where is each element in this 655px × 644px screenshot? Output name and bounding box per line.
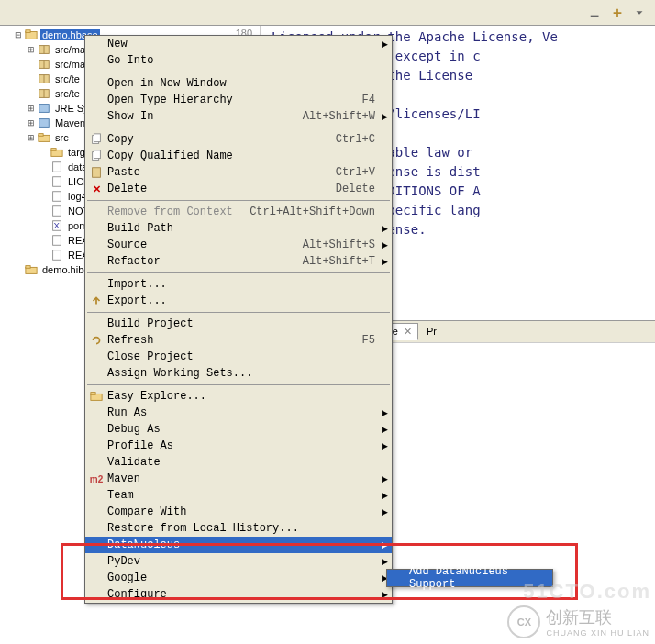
menu-item-show-in[interactable]: Show InAlt+Shift+W▶	[85, 108, 392, 125]
svg-rect-2	[26, 30, 30, 33]
menu-shortcut: Ctrl+Alt+Shift+Down	[250, 205, 375, 218]
tab-problems[interactable]: Pr	[420, 323, 443, 339]
m2-icon: m2	[87, 474, 105, 484]
menu-item-label: Debug As	[105, 423, 375, 436]
toolbar-minimize-icon[interactable]	[585, 3, 605, 23]
menu-item-label: Import...	[105, 278, 375, 291]
tree-expander-icon[interactable]: ⊞	[26, 133, 37, 142]
tree-item-label: src/te	[53, 88, 82, 99]
menu-item-open-in-new-window[interactable]: Open in New Window	[85, 75, 392, 92]
submenu-arrow-icon: ▶	[382, 590, 388, 599]
menu-item-delete[interactable]: ✕DeleteDelete	[85, 181, 392, 197]
submenu-arrow-icon: ▶	[382, 39, 388, 49]
menu-item-export[interactable]: Export...	[85, 293, 392, 309]
folder-icon	[37, 130, 51, 145]
menu-item-run-as[interactable]: Run As▶	[85, 405, 392, 421]
menu-item-configure[interactable]: Configure▶	[85, 586, 392, 603]
menu-item-open-type-hierarchy[interactable]: Open Type HierarchyF4	[85, 92, 392, 108]
menu-item-copy-qualified-name[interactable]: Copy Qualified Name	[85, 148, 392, 164]
menu-item-pydev[interactable]: PyDev▶	[85, 553, 392, 570]
menu-item-refresh[interactable]: RefreshF5	[85, 332, 392, 349]
menu-item-import[interactable]: Import...	[85, 276, 392, 293]
svg-rect-20	[53, 206, 61, 217]
file-icon	[50, 204, 64, 218]
menu-item-maven[interactable]: m2Maven▶	[85, 471, 392, 487]
svg-rect-17	[53, 162, 61, 172]
svg-rect-33	[91, 393, 95, 395]
menu-item-assign-working-sets[interactable]: Assign Working Sets...	[85, 365, 392, 382]
package-icon	[37, 42, 51, 57]
file-icon	[50, 189, 64, 204]
package-icon	[37, 57, 51, 72]
context-menu[interactable]: New▶Go IntoOpen in New WindowOpen Type H…	[84, 35, 393, 604]
menu-item-copy[interactable]: CopyCtrl+C	[85, 131, 392, 148]
menu-item-paste[interactable]: PasteCtrl+V	[85, 164, 392, 181]
menu-item-close-project[interactable]: Close Project	[85, 349, 392, 365]
menu-item-label: Compare With	[105, 505, 375, 518]
menu-item-refactor[interactable]: RefactorAlt+Shift+T▶	[85, 253, 392, 270]
menu-shortcut: Alt+Shift+T	[303, 255, 375, 268]
menu-item-team[interactable]: Team▶	[85, 487, 392, 504]
menu-item-source[interactable]: SourceAlt+Shift+S▶	[85, 237, 392, 253]
tree-expander-icon[interactable]: ⊞	[26, 118, 37, 128]
folder-icon	[24, 262, 39, 277]
menu-item-google[interactable]: Google▶	[85, 570, 392, 586]
menu-item-datanucleus[interactable]: DataNucleus▶	[85, 537, 392, 553]
watermark-back: 51CTO.com	[523, 580, 651, 604]
menu-shortcut: F5	[362, 334, 375, 347]
menu-item-label: Open in New Window	[105, 77, 375, 90]
menu-item-label: Paste	[105, 166, 336, 179]
paste-icon	[87, 166, 105, 179]
toolbar-link-icon[interactable]	[607, 3, 627, 23]
menu-item-go-into[interactable]: Go Into	[85, 52, 392, 69]
refresh-icon	[87, 334, 105, 347]
menu-item-label: Refactor	[105, 255, 303, 268]
menu-item-label: Refresh	[105, 334, 362, 347]
tree-expander-icon[interactable]: ⊟	[13, 30, 24, 39]
close-icon[interactable]: ✕	[404, 326, 412, 338]
folder-icon	[50, 145, 64, 160]
menu-item-label: Easy Explore...	[105, 390, 375, 403]
tree-expander-icon[interactable]: ⊞	[26, 45, 37, 54]
menu-item-profile-as[interactable]: Profile As▶	[85, 438, 392, 454]
menu-item-validate[interactable]: Validate	[85, 454, 392, 471]
xml-icon: X	[50, 218, 64, 233]
menu-item-debug-as[interactable]: Debug As▶	[85, 421, 392, 438]
tree-item-label: src/te	[53, 73, 82, 84]
menu-shortcut: Alt+Shift+W	[303, 110, 375, 123]
menu-item-label: Build Project	[105, 317, 375, 330]
menu-separator	[87, 312, 390, 313]
menu-item-label: New	[105, 38, 375, 50]
menu-item-label: Team	[105, 489, 375, 502]
menu-item-label: Close Project	[105, 350, 375, 363]
toolbar-view-menu-icon[interactable]	[629, 3, 649, 23]
file-icon	[50, 248, 64, 262]
menu-item-new[interactable]: New▶	[85, 36, 392, 52]
tree-item-label: src/ma	[53, 59, 87, 70]
menu-item-compare-with[interactable]: Compare With▶	[85, 504, 392, 520]
menu-item-build-project[interactable]: Build Project	[85, 316, 392, 332]
menu-item-label: Go Into	[105, 54, 375, 67]
tree-expander-icon[interactable]: ⊞	[26, 104, 37, 113]
submenu-arrow-icon: ▶	[382, 507, 388, 516]
menu-shortcut: Delete	[336, 183, 375, 195]
menu-item-easy-explore[interactable]: Easy Explore...	[85, 388, 392, 405]
submenu-arrow-icon: ▶	[382, 112, 388, 121]
menu-item-label: PyDev	[105, 555, 375, 568]
copy-icon	[87, 150, 105, 162]
tree-item-label: Maven	[53, 117, 87, 128]
copy-icon	[87, 133, 105, 146]
menu-item-label: Restore from Local History...	[105, 522, 375, 535]
menu-item-label: Remove from Context	[105, 205, 250, 218]
menu-item-label: Run As	[105, 406, 375, 419]
svg-rect-28	[94, 134, 100, 142]
menu-item-label: Copy Qualified Name	[105, 150, 375, 162]
menu-item-label: Maven	[105, 472, 375, 485]
menu-item-build-path[interactable]: Build Path▶	[85, 220, 392, 237]
menu-item-label: Show In	[105, 110, 303, 123]
watermark: CX 创新互联 CHUANG XIN HU LIAN	[507, 605, 649, 638]
menu-item-remove-from-context: Remove from ContextCtrl+Alt+Shift+Down	[85, 204, 392, 220]
submenu-arrow-icon: ▶	[382, 240, 388, 250]
menu-separator	[87, 272, 390, 273]
menu-item-restore-from-local-history[interactable]: Restore from Local History...	[85, 520, 392, 537]
